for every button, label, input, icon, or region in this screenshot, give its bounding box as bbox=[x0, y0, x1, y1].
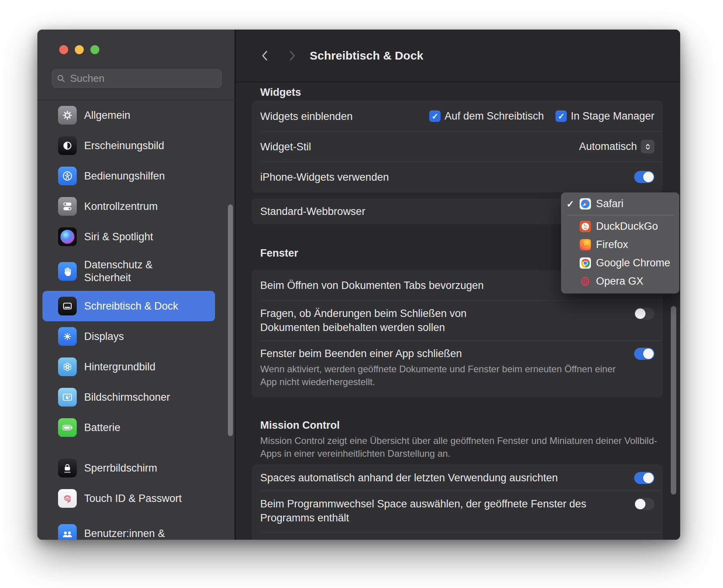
main-header: Schreibtisch & Dock bbox=[236, 30, 680, 83]
sidebar-item-hintergrundbild[interactable]: Hintergrundbild bbox=[42, 352, 215, 382]
menu-item-opera-gx[interactable]: Opera GX bbox=[561, 272, 679, 290]
flower-wallpaper-icon bbox=[58, 357, 77, 376]
row-iphone-widgets: iPhone-Widgets verwenden bbox=[252, 162, 662, 192]
close-windows-toggle[interactable] bbox=[634, 348, 654, 360]
sidebar-item-sperrbildschirm[interactable]: Sperrbildschirm bbox=[42, 453, 215, 483]
widget-stil-select[interactable]: Automatisch bbox=[579, 140, 654, 153]
sidebar-item-label: Bildschirmschoner bbox=[84, 391, 170, 404]
menu-item-google-chrome[interactable]: Google Chrome bbox=[561, 254, 679, 272]
appearance-icon bbox=[58, 136, 77, 155]
settings-content: Widgets Widgets einblenden ✓ Auf dem Sch… bbox=[236, 83, 680, 540]
menu-item-duckduckgo[interactable]: DuckDuckGo bbox=[561, 217, 679, 236]
sidebar-item-label: Allgemein bbox=[84, 109, 130, 122]
row-switch-space: Beim Programmwechsel Space auswählen, de… bbox=[252, 491, 662, 532]
spaces-auto-toggle[interactable] bbox=[634, 472, 654, 484]
accessibility-icon bbox=[58, 167, 77, 185]
sidebar-item-benutzer[interactable]: Benutzer:innen & bbox=[42, 518, 215, 540]
sidebar-item-allgemein[interactable]: Allgemein bbox=[42, 100, 215, 130]
search-icon bbox=[57, 74, 65, 83]
sun-display-icon bbox=[58, 327, 77, 346]
iphone-widgets-toggle[interactable] bbox=[634, 171, 654, 183]
sidebar-item-label: Bedienungshilfen bbox=[84, 170, 165, 183]
row-fenster-schliessen: Fenster beim Beenden einer App schließen… bbox=[252, 341, 662, 397]
switch-space-toggle[interactable] bbox=[634, 498, 654, 510]
sidebar-scrollbar[interactable] bbox=[228, 204, 233, 436]
menu-item-label: Opera GX bbox=[596, 275, 644, 287]
sidebar-item-label: Erscheinungsbild bbox=[84, 139, 164, 152]
sidebar-item-label: Kontrollzentrum bbox=[84, 200, 158, 213]
sidebar-item-displays[interactable]: Displays bbox=[42, 321, 215, 352]
row-fragen-aenderungen: Fragen, ob Änderungen beim Schließen von… bbox=[252, 301, 662, 340]
sidebar-item-erscheinungsbild[interactable]: Erscheinungsbild bbox=[42, 130, 215, 161]
chrome-icon bbox=[580, 257, 591, 269]
menu-item-firefox[interactable]: Firefox bbox=[561, 236, 679, 254]
siri-icon bbox=[58, 227, 77, 246]
content-scrollbar[interactable] bbox=[671, 306, 676, 495]
firefox-icon bbox=[580, 239, 591, 250]
sidebar-item-bildschirmschoner[interactable]: Bildschirmschoner bbox=[42, 382, 215, 412]
hand-privacy-icon bbox=[58, 262, 77, 281]
checkbox-auf-dem-schreibtisch[interactable]: ✓ bbox=[429, 111, 441, 122]
gear-icon bbox=[58, 106, 77, 125]
menu-item-label: DuckDuckGo bbox=[596, 220, 658, 232]
sidebar-item-touchid[interactable]: Touch ID & Passwort bbox=[42, 483, 215, 514]
sidebar-item-label: Touch ID & Passwort bbox=[84, 492, 182, 505]
forward-button[interactable] bbox=[287, 50, 297, 62]
row-widget-stil: Widget-Stil Automatisch bbox=[252, 132, 662, 162]
control-center-icon bbox=[58, 197, 77, 216]
users-icon bbox=[58, 524, 77, 540]
desktop-dock-icon bbox=[58, 297, 77, 315]
menu-item-label: Safari bbox=[596, 198, 624, 210]
checkbox-in-stage-manager[interactable]: ✓ bbox=[555, 111, 567, 122]
row-label: Standard-Webbrowser bbox=[260, 204, 365, 218]
sidebar-item-label: Hintergrundbild bbox=[84, 361, 155, 373]
row-widgets-einblenden: Widgets einblenden ✓ Auf dem Schreibtisc… bbox=[252, 101, 662, 131]
sidebar-item-schreibtisch-dock[interactable]: Schreibtisch & Dock bbox=[42, 291, 215, 321]
mission-control-subtitle: Mission Control zeigt eine Übersicht übe… bbox=[260, 434, 662, 460]
menu-item-label: Google Chrome bbox=[596, 257, 670, 269]
back-button[interactable] bbox=[260, 50, 270, 62]
lock-icon bbox=[58, 459, 77, 477]
checkbox-label: Auf dem Schreibtisch bbox=[444, 110, 544, 122]
sidebar-item-label: Siri & Spotlight bbox=[84, 231, 153, 243]
row-label: Widget-Stil bbox=[260, 140, 311, 154]
row-label: iPhone-Widgets verwenden bbox=[260, 170, 389, 184]
sidebar-item-label: Schreibtisch & Dock bbox=[84, 300, 178, 313]
row-label: Fenster beim Beenden einer App schließen bbox=[260, 348, 462, 359]
row-subtitle: Wenn aktiviert, werden geöffnete Dokumen… bbox=[260, 363, 634, 388]
duckduckgo-icon bbox=[580, 221, 591, 232]
mission-control-group: Spaces automatisch anhand der letzten Ve… bbox=[252, 465, 662, 540]
sidebar: Allgemein Erscheinungsbild Bedienungshil… bbox=[37, 30, 236, 540]
page-title: Schreibtisch & Dock bbox=[310, 49, 423, 62]
widgets-group: Widgets einblenden ✓ Auf dem Schreibtisc… bbox=[252, 101, 662, 192]
sidebar-item-bedienungshilfen[interactable]: Bedienungshilfen bbox=[42, 161, 215, 191]
row-label: Spaces automatisch anhand der letzten Ve… bbox=[260, 471, 558, 485]
sidebar-item-batterie[interactable]: Batterie bbox=[42, 412, 215, 443]
row-spaces-auto: Spaces automatisch anhand der letzten Ve… bbox=[252, 465, 662, 491]
traffic-lights bbox=[59, 45, 99, 54]
browser-dropdown-menu: ✓ Safari DuckDuckGo bbox=[561, 193, 679, 293]
system-settings-window: Allgemein Erscheinungsbild Bedienungshil… bbox=[37, 30, 680, 540]
menu-divider bbox=[567, 215, 674, 215]
row-label: Beim Öffnen von Dokumenten Tabs bevorzug… bbox=[260, 278, 484, 292]
checkmark-icon: ✓ bbox=[564, 199, 576, 209]
sidebar-item-datenschutz[interactable]: Datenschutz & Sicherheit bbox=[42, 252, 215, 291]
search-input[interactable] bbox=[69, 72, 217, 85]
menu-item-safari[interactable]: ✓ Safari bbox=[561, 195, 679, 213]
row-label: Beim Programmwechsel Space auswählen, de… bbox=[260, 497, 587, 525]
sidebar-item-siri-spotlight[interactable]: Siri & Spotlight bbox=[42, 222, 215, 252]
close-window-button[interactable] bbox=[59, 45, 68, 54]
main-pane: Schreibtisch & Dock Widgets Widgets einb… bbox=[236, 30, 680, 540]
sidebar-item-label: Datenschutz & Sicherheit bbox=[84, 259, 182, 284]
section-widgets: Widgets bbox=[260, 86, 662, 99]
row-label: Widgets einblenden bbox=[260, 109, 353, 123]
opera-gx-icon bbox=[580, 276, 591, 287]
fingerprint-icon bbox=[58, 489, 77, 508]
minimize-window-button[interactable] bbox=[75, 45, 84, 54]
sidebar-item-label: Benutzer:innen & bbox=[84, 527, 165, 540]
screensaver-icon bbox=[58, 388, 77, 407]
sidebar-item-kontrollzentrum[interactable]: Kontrollzentrum bbox=[42, 191, 215, 222]
sidebar-search[interactable] bbox=[52, 69, 222, 88]
zoom-window-button[interactable] bbox=[90, 45, 99, 54]
ask-keep-changes-toggle[interactable] bbox=[634, 308, 654, 320]
